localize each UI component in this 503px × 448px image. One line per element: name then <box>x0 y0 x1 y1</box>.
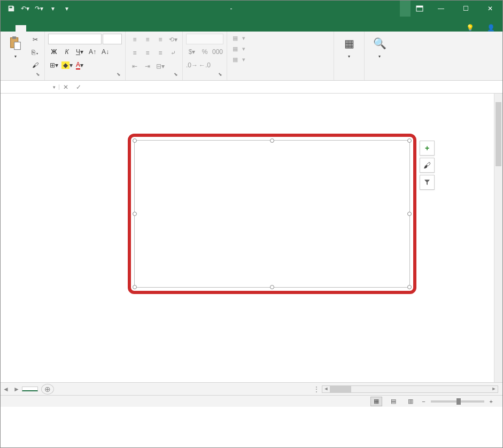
formula-input[interactable] <box>98 83 502 91</box>
tab-data[interactable] <box>58 25 69 32</box>
sheet-nav-next[interactable]: ► <box>11 385 22 393</box>
grid-area: + 🖌 <box>1 94 502 382</box>
fill-color-button[interactable]: ◆▾ <box>61 59 73 71</box>
paste-button[interactable]: ▾ <box>4 34 27 60</box>
page-break-view-button[interactable]: ▥ <box>405 397 416 406</box>
chart-elements-button[interactable]: + <box>420 141 435 156</box>
undo-icon[interactable]: ↶▾ <box>19 2 32 15</box>
format-painter-button[interactable]: 🖌 <box>29 59 41 71</box>
login-button[interactable] <box>400 1 411 17</box>
camera-icon[interactable]: ▾ <box>47 2 59 15</box>
zoom-in-button[interactable]: + <box>490 398 493 405</box>
horizontal-scrollbar[interactable]: ◄ ► <box>322 385 498 393</box>
decrease-decimal-button[interactable]: ←.0 <box>199 59 211 71</box>
tab-help[interactable] <box>90 25 101 32</box>
close-button[interactable]: ✕ <box>478 1 502 17</box>
wrap-text-button[interactable]: ⤶ <box>167 47 179 59</box>
normal-view-button[interactable]: ▦ <box>370 397 382 406</box>
format-as-table-button[interactable]: ▦▾ <box>230 44 247 53</box>
tab-insert[interactable] <box>26 25 37 32</box>
qat-customize-icon[interactable]: ▾ <box>60 2 73 15</box>
chart-plot[interactable] <box>134 140 410 288</box>
underline-button[interactable]: Ч▾ <box>74 46 86 58</box>
tab-chart-format[interactable] <box>112 25 122 32</box>
align-bottom-button[interactable]: ≡ <box>154 34 166 45</box>
cancel-formula-button[interactable]: ✕ <box>59 83 72 91</box>
font-name-input[interactable] <box>48 34 102 44</box>
status-bar: ▦ ▤ ▥ − + <box>1 395 502 407</box>
tab-file[interactable] <box>5 25 16 32</box>
merge-button[interactable]: ⊟▾ <box>154 60 166 72</box>
table-icon: ▦ <box>233 45 238 52</box>
increase-decimal-button[interactable]: .0→ <box>186 59 198 71</box>
svg-rect-1 <box>416 6 423 7</box>
align-center-button[interactable]: ≡ <box>142 47 153 59</box>
border-button[interactable]: ⊞▾ <box>48 59 60 71</box>
tell-me-button[interactable]: 💡 <box>461 24 482 32</box>
bold-button[interactable]: Ж <box>48 46 60 58</box>
alignment-launcher-icon[interactable]: ⬊ <box>173 72 179 78</box>
chart-object[interactable] <box>128 134 416 294</box>
decrease-indent-button[interactable]: ⇤ <box>129 60 141 72</box>
save-icon[interactable] <box>5 2 18 15</box>
cut-button[interactable]: ✂ <box>29 34 41 45</box>
cells-icon: ▦ <box>341 35 358 52</box>
paste-icon <box>7 35 24 52</box>
zoom-out-button[interactable]: − <box>422 398 425 405</box>
minimize-button[interactable]: — <box>429 1 453 17</box>
group-clipboard: ▾ ✂ ⎘▾ 🖌 ⬊ <box>1 32 45 80</box>
percent-button[interactable]: % <box>199 46 211 58</box>
ribbon-display-options-icon[interactable] <box>411 1 429 17</box>
zoom-slider[interactable] <box>431 400 484 403</box>
cell-styles-button[interactable]: ▦▾ <box>230 55 247 64</box>
editing-button[interactable]: 🔍 ▾ <box>368 34 391 60</box>
conditional-formatting-button[interactable]: ▦▾ <box>230 34 247 43</box>
number-format-select[interactable] <box>186 34 223 44</box>
align-top-button[interactable]: ≡ <box>129 34 141 45</box>
copy-button[interactable]: ⎘▾ <box>29 47 41 58</box>
group-editing: 🔍 ▾ <box>365 32 394 80</box>
italic-button[interactable]: К <box>61 46 73 58</box>
maximize-button[interactable]: ☐ <box>453 1 478 17</box>
align-right-button[interactable]: ≡ <box>154 47 166 59</box>
tab-review[interactable] <box>69 25 80 32</box>
decrease-font-button[interactable]: A↓ <box>99 46 111 58</box>
tab-page-layout[interactable] <box>37 25 48 32</box>
name-box[interactable]: ▾ <box>1 84 59 90</box>
currency-button[interactable]: $▾ <box>186 46 198 58</box>
tab-chart-design[interactable] <box>101 25 112 32</box>
svg-rect-4 <box>14 42 21 50</box>
sheet-tab-1[interactable] <box>22 387 38 391</box>
increase-indent-button[interactable]: ⇥ <box>142 60 153 72</box>
align-middle-button[interactable]: ≡ <box>142 34 153 45</box>
enter-formula-button[interactable]: ✓ <box>72 83 85 91</box>
number-launcher-icon[interactable]: ⬊ <box>217 72 223 78</box>
sheet-nav-prev[interactable]: ◄ <box>1 385 11 393</box>
tab-view[interactable] <box>80 25 90 32</box>
sheet-tab-bar: ◄ ► ⊕ ⋮ ◄ ► <box>1 382 502 395</box>
font-color-button[interactable]: A▾ <box>74 59 86 71</box>
vertical-scrollbar[interactable] <box>494 94 502 382</box>
chart-plot-area[interactable] <box>161 162 399 271</box>
chart-side-tools: + 🖌 <box>420 141 435 190</box>
chart-styles-button[interactable]: 🖌 <box>420 158 435 173</box>
group-font: Ж К Ч▾ A↑ A↓ ⊞▾ ◆▾ A▾ ⬊ <box>45 32 126 80</box>
comma-button[interactable]: 000 <box>212 46 223 58</box>
font-size-input[interactable] <box>103 34 122 44</box>
tab-home[interactable] <box>16 25 26 32</box>
add-sheet-button[interactable]: ⊕ <box>41 384 54 395</box>
clipboard-launcher-icon[interactable]: ⬊ <box>35 72 41 78</box>
redo-icon[interactable]: ↷▾ <box>33 2 45 15</box>
share-button[interactable]: 👤 <box>482 24 502 32</box>
chart-filters-button[interactable] <box>420 175 435 190</box>
font-launcher-icon[interactable]: ⬊ <box>115 72 122 78</box>
align-left-button[interactable]: ≡ <box>129 47 141 59</box>
page-layout-view-button[interactable]: ▤ <box>388 397 399 406</box>
formula-bar: ▾ ✕ ✓ <box>1 81 502 94</box>
ribbon-tabs: 💡 👤 <box>1 17 502 32</box>
increase-font-button[interactable]: A↑ <box>87 46 98 58</box>
orientation-button[interactable]: ⟲▾ <box>167 34 179 45</box>
group-alignment: ≡ ≡ ≡ ⟲▾ ≡ ≡ ≡ ⤶ ⇤ ⇥ ⊟▾ ⬊ <box>126 32 183 80</box>
tab-formulas[interactable] <box>48 25 58 32</box>
cells-button[interactable]: ▦ ▾ <box>337 34 361 60</box>
